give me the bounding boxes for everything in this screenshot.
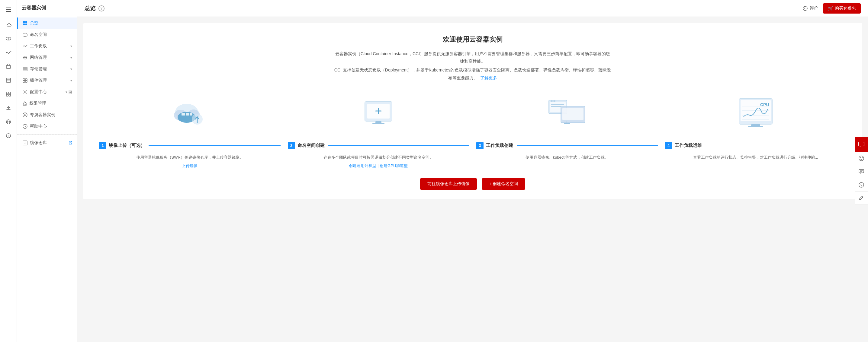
step1-number: 1 — [99, 142, 106, 149]
sidebar-item-image-repo[interactable]: 镜像仓库 — [17, 137, 77, 149]
sidebar-link-label: 镜像仓库 — [30, 140, 47, 146]
float-chat-button[interactable] — [855, 137, 868, 152]
step2-link2[interactable]: 创建GPU加速型 — [380, 164, 408, 168]
left-icon-plugin[interactable] — [2, 88, 14, 100]
svg-point-59 — [551, 100, 552, 102]
step1-desc-col: 使用容器镜像服务（SWR）创建镜像仓库，并上传容器镜像。 上传镜像 — [95, 154, 284, 169]
svg-rect-2 — [6, 65, 10, 68]
sidebar-item-namespace[interactable]: 命名空间 — [17, 29, 77, 40]
float-edit-button[interactable] — [855, 192, 868, 205]
svg-rect-26 — [23, 81, 25, 82]
step3-desc-col: 使用容器镜像、kubectl等方式，创建工作负载。 — [473, 154, 661, 163]
svg-text:?: ? — [7, 135, 9, 138]
step2-illustration — [359, 93, 398, 135]
svg-point-61 — [554, 100, 555, 102]
step3-header: 3 工作负载创建 — [473, 142, 661, 149]
sidebar-item-label: 权限管理 — [29, 101, 46, 106]
help-circle-icon[interactable]: ? — [98, 5, 104, 11]
sidebar-item-label: 专属容器实例 — [30, 112, 55, 117]
sidebar-item-storage[interactable]: 存储管理 ▾ — [17, 63, 77, 75]
step2-title: 命名空间创建 — [298, 143, 325, 148]
float-smiley-button[interactable] — [855, 152, 868, 165]
svg-rect-19 — [25, 24, 27, 25]
left-icon-cloud3[interactable] — [2, 60, 14, 72]
sidebar-item-plugin[interactable]: 插件管理 ▾ — [17, 75, 77, 86]
svg-rect-21 — [23, 67, 27, 71]
step1-header: 1 镜像上传（可选） — [95, 142, 284, 149]
left-icon-wave[interactable] — [2, 46, 14, 59]
left-icon-circle[interactable]: ? — [2, 130, 14, 142]
step3-title: 工作负载创建 — [486, 143, 513, 148]
svg-point-31 — [23, 113, 27, 117]
left-icon-cloud2[interactable] — [2, 33, 14, 45]
external-link-icon — [68, 141, 72, 145]
svg-text:CPU: CPU — [760, 102, 769, 107]
left-icon-globe[interactable] — [2, 116, 14, 128]
left-icon-upload[interactable] — [2, 102, 14, 114]
step1-link[interactable]: 上传镜像 — [182, 164, 197, 168]
sidebar-item-label: 存储管理 — [30, 66, 47, 72]
sidebar-item-help[interactable]: ? 帮助中心 — [17, 121, 77, 132]
storage-arrow: ▾ — [70, 67, 72, 71]
sidebar-item-permission[interactable]: 权限管理 — [17, 98, 77, 109]
step2-link1[interactable]: 创建通用计算型 — [349, 164, 376, 168]
sidebar-item-label: 网络管理 — [30, 55, 47, 60]
sidebar-item-label: 插件管理 — [30, 78, 47, 83]
svg-text:?: ? — [24, 125, 26, 128]
svg-rect-58 — [562, 108, 584, 120]
sidebar-item-config[interactable]: 配置中心 ▾ ◀ — [17, 86, 77, 98]
step1-desc: 使用容器镜像服务（SWR）创建镜像仓库，并上传容器镜像。 — [103, 154, 277, 161]
svg-rect-74 — [748, 126, 763, 127]
hamburger-icon[interactable] — [2, 4, 14, 16]
svg-point-28 — [24, 91, 26, 93]
sidebar-item-overview[interactable]: 总览 — [17, 18, 77, 29]
svg-rect-18 — [23, 24, 25, 25]
evaluate-button[interactable]: 评价 — [803, 6, 818, 11]
upload-image-button[interactable]: 前往镜像仓库上传镜像 — [420, 178, 477, 190]
svg-rect-9 — [9, 94, 10, 96]
sidebar-item-network[interactable]: 网络管理 ▾ — [17, 52, 77, 63]
svg-rect-64 — [564, 123, 570, 124]
step3-number: 3 — [476, 142, 484, 149]
buy-button[interactable]: 🛒 购买套餐包 — [823, 3, 861, 13]
workload-arrow: ▾ — [70, 44, 72, 48]
sidebar-item-dedicated[interactable]: 专属容器实例 — [17, 109, 77, 121]
step1-title: 镜像上传（可选） — [109, 143, 145, 148]
plugin-icon — [23, 78, 28, 82]
step3-col — [473, 93, 661, 140]
svg-rect-53 — [375, 121, 381, 123]
step2-desc-col: 存在多个团队或项目时可按照逻辑划分创建不同类型命名空间。 创建通用计算型 | 创… — [284, 154, 473, 169]
network-arrow: ▾ — [70, 56, 72, 60]
step1-illustration — [170, 93, 209, 135]
sidebar-item-label: 工作负载 — [30, 43, 47, 49]
config-arrow: ▾ — [65, 90, 67, 94]
left-icon-storage[interactable] — [2, 74, 14, 86]
config-icon — [23, 90, 28, 94]
create-namespace-button[interactable]: + 创建命名空间 — [482, 178, 525, 190]
svg-rect-54 — [372, 123, 384, 124]
float-message-button[interactable] — [855, 165, 868, 178]
left-icon-bar: ? — [0, 0, 17, 342]
plugin-arrow: ▾ — [70, 79, 72, 82]
svg-rect-47 — [190, 113, 192, 115]
page-header: 总览 ? 评价 🛒 购买套餐包 — [77, 0, 868, 17]
learn-more-link[interactable]: 了解更多 — [480, 75, 497, 80]
namespace-icon — [23, 33, 28, 37]
sidebar-item-workload[interactable]: 工作负载 ▾ — [17, 40, 77, 52]
welcome-desc2: CCI 支持创建无状态负载（Deployment），并基于Kubernetes的… — [334, 66, 612, 81]
step4-illustration: CPU — [735, 93, 777, 135]
image-repo-icon — [23, 141, 28, 145]
float-question-button[interactable]: ? — [855, 178, 868, 192]
svg-rect-3 — [6, 78, 10, 82]
svg-point-78 — [862, 158, 863, 158]
svg-rect-7 — [9, 92, 10, 94]
evaluate-label: 评价 — [810, 6, 818, 11]
main-area: 总览 ? 评价 🛒 购买套餐包 欢迎使用云容器实例 云容器实例（Cloud Co… — [77, 0, 868, 342]
create-namespace-label: + 创建命名空间 — [489, 181, 518, 187]
config-collapse[interactable]: ◀ — [68, 90, 72, 94]
step4-title: 工作负载运维 — [675, 143, 702, 148]
content-area: 欢迎使用云容器实例 云容器实例（Cloud Container Instance… — [77, 17, 868, 342]
svg-point-77 — [860, 158, 861, 158]
left-icon-cloud[interactable] — [2, 19, 14, 31]
svg-rect-75 — [859, 142, 864, 146]
